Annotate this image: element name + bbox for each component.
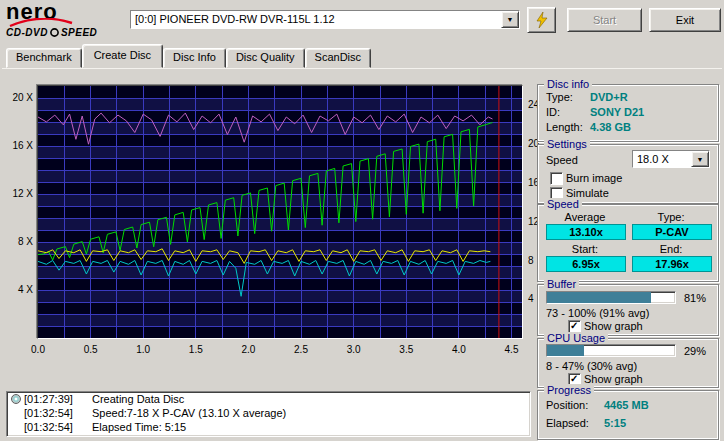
cpu-percent: 29% <box>684 345 706 357</box>
end-speed-value: 17.96x <box>632 256 712 272</box>
disc-glyph-icon <box>50 28 59 37</box>
tab-bar: Benchmark Create Disc Disc Info Disc Qua… <box>6 47 371 68</box>
cpu-panel-title: CPU Usage <box>544 332 608 344</box>
position-value: 4465 MB <box>604 399 649 411</box>
cpu-progress-fill <box>547 345 584 356</box>
log-time: [01:27:39] <box>24 393 82 405</box>
cpu-progressbar <box>546 344 676 357</box>
speed-panel-title: Speed <box>544 198 582 210</box>
logo-swoosh <box>8 18 74 28</box>
disc-icon <box>11 394 21 404</box>
axis-tick-label: 20 X <box>6 92 33 103</box>
type-label: Type: <box>632 211 710 223</box>
axis-tick-label: 8 <box>528 255 534 266</box>
speed-panel: Speed Average Type: 13.10x P-CAV Start: … <box>537 204 719 282</box>
exit-button-label: Exit <box>676 14 694 26</box>
buffer-progressbar <box>546 291 676 304</box>
speed-chart: 20 X16 X12 X8 X4 X24201612840.00.51.01.5… <box>6 78 534 366</box>
disc-id-label: ID: <box>546 106 560 118</box>
type-value: P-CAV <box>632 224 712 240</box>
burn-image-label: Burn image <box>566 172 622 184</box>
disc-type-label: Type: <box>546 91 573 103</box>
average-label: Average <box>546 211 624 223</box>
progress-panel-title: Progress <box>544 384 594 396</box>
disc-info-panel: Disc info Type: DVD+R ID: SONY D21 Lengt… <box>537 84 719 142</box>
check-icon: ✓ <box>570 374 580 384</box>
check-icon: ✓ <box>570 321 580 331</box>
log-text: Creating Data Disc <box>92 393 184 405</box>
buffer-panel: Buffer 81% 73 - 100% (91% avg) ✓ Show gr… <box>537 284 719 336</box>
tab-divider <box>2 68 722 69</box>
tab-disc-info[interactable]: Disc Info <box>163 48 226 68</box>
buffer-progress-fill <box>547 292 651 303</box>
axis-tick-label: 8 X <box>6 236 33 247</box>
axis-tick-label: 0.5 <box>80 344 102 355</box>
elapsed-value: 5:15 <box>604 417 626 429</box>
speed-select-arrow-button[interactable]: ▼ <box>691 151 709 167</box>
drive-select-value: [0:0] PIONEER DVD-RW DVR-115L 1.12 <box>131 11 501 28</box>
axis-tick-label: 1.0 <box>132 344 154 355</box>
start-button[interactable]: Start <box>567 8 642 32</box>
disc-length-label: Length: <box>546 121 583 133</box>
speed-setting-label: Speed <box>546 154 578 166</box>
tab-create-disc[interactable]: Create Disc <box>82 44 163 68</box>
drive-select-arrow-button[interactable]: ▼ <box>501 11 519 28</box>
disc-id-value: SONY D21 <box>590 106 644 118</box>
logo-subtitle: CD-DVD SPEED <box>6 27 124 38</box>
chart-plot-frame <box>37 85 523 339</box>
axis-tick-label: 1.5 <box>185 344 207 355</box>
tab-scandisc[interactable]: ScanDisc <box>305 48 371 68</box>
log-text: Elapsed Time: 5:15 <box>92 421 186 433</box>
axis-tick-label: 4.0 <box>448 344 470 355</box>
speed-select[interactable]: 18.0 X ▼ <box>632 150 710 168</box>
buffer-panel-title: Buffer <box>544 278 579 290</box>
log-time: [01:32:54] <box>24 421 82 433</box>
buffer-show-graph-label: Show graph <box>584 320 643 332</box>
progress-panel: Progress Position: 4465 MB Elapsed: 5:15 <box>537 390 719 440</box>
drive-select[interactable]: [0:0] PIONEER DVD-RW DVR-115L 1.12 ▼ <box>130 10 520 29</box>
axis-tick-label: 3.5 <box>395 344 417 355</box>
burn-image-checkbox[interactable]: ✓ <box>550 172 563 185</box>
settings-title: Settings <box>544 138 590 150</box>
axis-tick-label: 4 X <box>6 284 33 295</box>
log-time: [01:32:54] <box>24 407 82 419</box>
buffer-percent: 81% <box>684 292 706 304</box>
chart-plot <box>38 86 522 338</box>
options-button[interactable] <box>527 7 556 33</box>
log-panel[interactable]: [01:27:39] Creating Data Disc [01:32:54]… <box>6 391 531 437</box>
exit-button[interactable]: Exit <box>649 8 721 32</box>
average-value: 13.10x <box>546 224 626 240</box>
cpu-range-text: 8 - 47% (30% avg) <box>546 360 637 372</box>
tab-benchmark[interactable]: Benchmark <box>6 48 82 68</box>
log-entry: [01:32:54] Elapsed Time: 5:15 <box>7 420 530 434</box>
axis-tick-label: 2.5 <box>290 344 312 355</box>
tab-disc-quality[interactable]: Disc Quality <box>226 48 305 68</box>
elapsed-label: Elapsed: <box>546 417 589 429</box>
cpu-panel: CPU Usage 29% 8 - 47% (30% avg) ✓ Show g… <box>537 338 719 388</box>
flash-icon <box>535 12 549 28</box>
start-speed-value: 6.95x <box>546 256 626 272</box>
position-label: Position: <box>546 399 588 411</box>
app-window: { "header": { "logo": {"line1": "nero", … <box>0 0 724 441</box>
axis-tick-label: 3.0 <box>343 344 365 355</box>
axis-tick-label: 16 X <box>6 140 33 151</box>
settings-panel: Settings Speed 18.0 X ▼ ✓ Burn image ✓ S… <box>537 144 719 204</box>
log-text: Speed:7-18 X P-CAV (13.10 X average) <box>92 407 286 419</box>
chevron-down-icon: ▼ <box>507 16 514 23</box>
end-speed-label: End: <box>632 243 710 255</box>
buffer-range-text: 73 - 100% (91% avg) <box>546 307 649 319</box>
disc-length-value: 4.38 GB <box>590 121 631 133</box>
axis-tick-label: 4.5 <box>501 344 523 355</box>
nero-logo: nero CD-DVD SPEED <box>6 2 124 40</box>
axis-tick-label: 2.0 <box>237 344 259 355</box>
axis-tick-label: 0.0 <box>27 344 49 355</box>
axis-tick-label: 4 <box>528 293 534 304</box>
speed-select-value: 18.0 X <box>633 151 691 167</box>
axis-tick-label: 12 X <box>6 188 33 199</box>
chevron-down-icon: ▼ <box>697 156 704 163</box>
start-speed-label: Start: <box>546 243 624 255</box>
log-entry: [01:32:54] Speed:7-18 X P-CAV (13.10 X a… <box>7 406 530 420</box>
start-button-label: Start <box>593 14 616 26</box>
disc-info-title: Disc info <box>544 78 592 90</box>
log-entry: [01:27:39] Creating Data Disc <box>7 392 530 406</box>
